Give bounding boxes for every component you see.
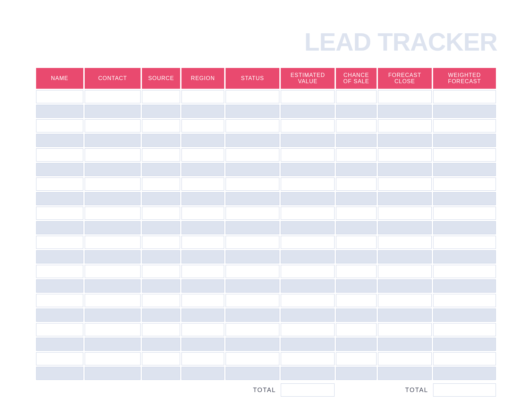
table-cell[interactable] bbox=[226, 119, 279, 132]
table-cell[interactable] bbox=[142, 90, 180, 103]
table-cell[interactable] bbox=[433, 265, 496, 278]
table-cell[interactable] bbox=[85, 90, 141, 103]
table-cell[interactable] bbox=[142, 105, 180, 118]
table-cell[interactable] bbox=[226, 192, 279, 205]
table-cell[interactable] bbox=[378, 221, 432, 234]
table-cell[interactable] bbox=[142, 309, 180, 322]
table-cell[interactable] bbox=[36, 367, 83, 380]
table-cell[interactable] bbox=[336, 90, 376, 103]
table-cell[interactable] bbox=[378, 236, 432, 249]
table-cell[interactable] bbox=[378, 309, 432, 322]
table-cell[interactable] bbox=[281, 207, 335, 220]
table-cell[interactable] bbox=[181, 323, 224, 336]
table-cell[interactable] bbox=[181, 367, 224, 380]
table-cell[interactable] bbox=[433, 279, 496, 293]
table-cell[interactable] bbox=[433, 367, 496, 380]
table-cell[interactable] bbox=[85, 236, 141, 249]
table-cell[interactable] bbox=[336, 221, 376, 234]
table-cell[interactable] bbox=[181, 309, 224, 322]
table-cell[interactable] bbox=[142, 265, 180, 278]
table-cell[interactable] bbox=[433, 148, 496, 162]
table-cell[interactable] bbox=[378, 294, 432, 307]
table-cell[interactable] bbox=[281, 309, 335, 322]
table-cell[interactable] bbox=[336, 323, 376, 336]
table-cell[interactable] bbox=[336, 207, 376, 220]
table-cell[interactable] bbox=[142, 148, 180, 162]
table-cell[interactable] bbox=[181, 134, 224, 147]
table-cell[interactable] bbox=[281, 90, 335, 103]
table-cell[interactable] bbox=[85, 163, 141, 176]
table-cell[interactable] bbox=[378, 207, 432, 220]
table-cell[interactable] bbox=[336, 148, 376, 162]
table-cell[interactable] bbox=[85, 192, 141, 205]
table-cell[interactable] bbox=[85, 294, 141, 307]
table-cell[interactable] bbox=[36, 163, 83, 176]
table-cell[interactable] bbox=[85, 221, 141, 234]
table-cell[interactable] bbox=[281, 265, 335, 278]
table-cell[interactable] bbox=[226, 148, 279, 162]
table-cell[interactable] bbox=[226, 207, 279, 220]
table-cell[interactable] bbox=[85, 177, 141, 191]
table-cell[interactable] bbox=[181, 163, 224, 176]
table-cell[interactable] bbox=[142, 367, 180, 380]
table-cell[interactable] bbox=[85, 207, 141, 220]
table-cell[interactable] bbox=[36, 207, 83, 220]
table-cell[interactable] bbox=[336, 279, 376, 293]
table-cell[interactable] bbox=[85, 265, 141, 278]
table-cell[interactable] bbox=[226, 338, 279, 351]
table-cell[interactable] bbox=[36, 90, 83, 103]
table-cell[interactable] bbox=[181, 105, 224, 118]
table-cell[interactable] bbox=[336, 163, 376, 176]
table-cell[interactable] bbox=[281, 134, 335, 147]
table-cell[interactable] bbox=[433, 250, 496, 263]
table-cell[interactable] bbox=[378, 352, 432, 365]
table-cell[interactable] bbox=[142, 323, 180, 336]
table-cell[interactable] bbox=[433, 207, 496, 220]
table-cell[interactable] bbox=[433, 134, 496, 147]
table-cell[interactable] bbox=[336, 294, 376, 307]
table-cell[interactable] bbox=[85, 338, 141, 351]
table-cell[interactable] bbox=[36, 221, 83, 234]
table-cell[interactable] bbox=[85, 279, 141, 293]
table-cell[interactable] bbox=[281, 192, 335, 205]
table-cell[interactable] bbox=[181, 148, 224, 162]
table-cell[interactable] bbox=[181, 90, 224, 103]
table-cell[interactable] bbox=[142, 207, 180, 220]
table-cell[interactable] bbox=[433, 163, 496, 176]
table-cell[interactable] bbox=[181, 236, 224, 249]
table-cell[interactable] bbox=[181, 221, 224, 234]
table-cell[interactable] bbox=[142, 192, 180, 205]
table-cell[interactable] bbox=[378, 265, 432, 278]
table-cell[interactable] bbox=[336, 352, 376, 365]
table-cell[interactable] bbox=[181, 352, 224, 365]
table-cell[interactable] bbox=[433, 236, 496, 249]
table-cell[interactable] bbox=[142, 134, 180, 147]
table-cell[interactable] bbox=[433, 294, 496, 307]
table-cell[interactable] bbox=[378, 105, 432, 118]
table-cell[interactable] bbox=[85, 352, 141, 365]
table-cell[interactable] bbox=[36, 338, 83, 351]
table-cell[interactable] bbox=[142, 221, 180, 234]
table-cell[interactable] bbox=[181, 338, 224, 351]
table-cell[interactable] bbox=[281, 236, 335, 249]
table-cell[interactable] bbox=[226, 236, 279, 249]
table-cell[interactable] bbox=[226, 352, 279, 365]
table-cell[interactable] bbox=[226, 250, 279, 263]
table-cell[interactable] bbox=[181, 119, 224, 132]
total-box-estimated[interactable] bbox=[281, 383, 335, 397]
table-cell[interactable] bbox=[36, 236, 83, 249]
table-cell[interactable] bbox=[85, 250, 141, 263]
table-cell[interactable] bbox=[226, 221, 279, 234]
table-cell[interactable] bbox=[226, 367, 279, 380]
table-cell[interactable] bbox=[281, 250, 335, 263]
table-cell[interactable] bbox=[378, 177, 432, 191]
table-cell[interactable] bbox=[142, 279, 180, 293]
table-cell[interactable] bbox=[36, 148, 83, 162]
table-cell[interactable] bbox=[142, 250, 180, 263]
table-cell[interactable] bbox=[142, 163, 180, 176]
table-cell[interactable] bbox=[142, 177, 180, 191]
table-cell[interactable] bbox=[226, 294, 279, 307]
table-cell[interactable] bbox=[85, 119, 141, 132]
total-box-weighted[interactable] bbox=[433, 383, 496, 397]
table-cell[interactable] bbox=[142, 352, 180, 365]
